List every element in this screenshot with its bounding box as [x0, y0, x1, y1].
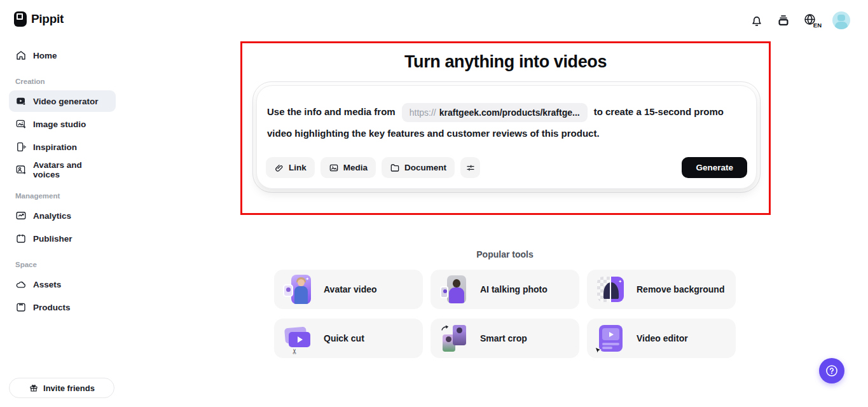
remove-background-thumbnail: ✦ — [596, 275, 625, 304]
document-button[interactable]: Document — [382, 157, 455, 178]
prompt-text: Use the info and media fromhttps://kraft… — [266, 101, 747, 144]
notifications-button[interactable] — [750, 13, 764, 27]
sidebar: Pippit Home Creation Video generator Ima… — [0, 0, 125, 407]
bell-icon — [750, 13, 764, 27]
prompt-card-outer: Use the info and media fromhttps://kraft… — [252, 81, 761, 193]
products-box-icon — [15, 301, 27, 313]
generate-button[interactable]: Generate — [682, 157, 747, 178]
tool-label: Remove background — [637, 284, 724, 294]
prompt-prefix: Use the info and media from — [267, 106, 396, 117]
sidebar-item-label: Image studio — [33, 120, 86, 129]
scissors-icon: ✂ — [291, 348, 299, 354]
sidebar-item-label: Analytics — [33, 211, 71, 221]
smart-crop-thumbnail — [439, 324, 469, 353]
link-icon — [274, 163, 284, 173]
media-button[interactable]: Media — [320, 157, 376, 178]
prompt-card[interactable]: Use the info and media fromhttps://kraft… — [256, 85, 757, 189]
media-button-label: Media — [343, 163, 368, 172]
tool-label: Quick cut — [324, 333, 364, 343]
tool-card-quick-cut[interactable]: ✂ Quick cut — [274, 319, 423, 358]
sidebar-item-avatars-and-voices[interactable]: Avatars and voices — [9, 159, 116, 181]
tool-card-remove-background[interactable]: ✦ Remove background — [587, 270, 736, 309]
question-icon — [825, 364, 839, 378]
cursor-icon — [595, 347, 602, 354]
sidebar-item-home[interactable]: Home — [9, 45, 116, 66]
link-button[interactable]: Link — [266, 157, 315, 178]
help-button[interactable] — [819, 358, 844, 383]
inspiration-icon — [15, 141, 27, 153]
ai-talking-photo-thumbnail — [439, 275, 469, 304]
invite-friends-label: Invite friends — [43, 383, 95, 393]
tool-card-video-editor[interactable]: Video editor — [587, 319, 736, 358]
url-path: kraftgeek.com/products/kraftge... — [439, 107, 580, 118]
url-scheme: https:// — [410, 107, 436, 118]
page-title: Turn anything into videos — [242, 52, 769, 72]
sidebar-item-label: Assets — [33, 280, 61, 289]
sidebar-item-analytics[interactable]: Analytics — [9, 205, 116, 226]
section-label-space: Space — [9, 261, 116, 268]
invite-friends-button[interactable]: Invite friends — [9, 378, 114, 398]
topbar: EN — [750, 11, 850, 29]
sidebar-item-image-studio[interactable]: Image studio — [9, 113, 116, 135]
image-studio-icon — [15, 118, 27, 130]
sliders-icon — [465, 163, 476, 173]
crop-arrow-icon — [441, 324, 450, 333]
tool-label: Avatar video — [324, 284, 377, 294]
sidebar-item-products[interactable]: Products — [9, 296, 116, 318]
popular-tools-title: Popular tools — [274, 249, 736, 259]
assets-cloud-icon — [15, 279, 27, 290]
tool-label: AI talking photo — [480, 284, 548, 294]
home-icon — [15, 50, 27, 61]
pippit-logo-icon — [14, 11, 27, 27]
avatar[interactable] — [832, 11, 850, 29]
document-button-label: Document — [404, 163, 446, 172]
gift-icon — [29, 383, 39, 393]
popular-tools-grid: ✦ Avatar video AI talking photo ✦ — [274, 270, 736, 358]
attach-row: Link Media Document Generate — [266, 157, 747, 178]
plan-stack-icon — [776, 13, 790, 27]
sidebar-item-assets[interactable]: Assets — [9, 273, 116, 295]
media-image-icon — [329, 163, 339, 173]
sidebar-item-label: Avatars and voices — [33, 160, 109, 179]
language-code: EN — [813, 22, 822, 29]
highlight-rectangle: Turn anything into videos Use the info a… — [240, 41, 771, 215]
section-label-creation: Creation — [9, 78, 116, 85]
video-generator-icon — [15, 95, 27, 107]
advanced-settings-button[interactable] — [460, 157, 480, 178]
analytics-icon — [15, 210, 27, 221]
link-button-label: Link — [289, 163, 307, 172]
avatars-icon — [15, 164, 27, 176]
section-label-management: Management — [9, 192, 116, 200]
plan-button[interactable] — [776, 13, 790, 27]
tool-card-avatar-video[interactable]: ✦ Avatar video — [274, 270, 423, 309]
url-chip[interactable]: https://kraftgeek.com/products/kraftge..… — [402, 103, 588, 122]
publisher-icon — [15, 233, 27, 244]
pippit-logo-text: Pippit — [31, 12, 64, 26]
pippit-app: Pippit Home Creation Video generator Ima… — [0, 0, 868, 407]
tool-card-ai-talking-photo[interactable]: AI talking photo — [431, 270, 579, 309]
sidebar-item-inspiration[interactable]: Inspiration — [9, 136, 116, 158]
quick-cut-thumbnail: ✂ — [283, 324, 312, 353]
sidebar-item-label: Inspiration — [33, 142, 77, 152]
language-button[interactable]: EN — [803, 13, 820, 28]
sidebar-item-video-generator[interactable]: Video generator — [9, 90, 116, 112]
sidebar-item-label: Publisher — [33, 234, 72, 244]
sidebar-item-label: Products — [33, 303, 71, 312]
video-editor-thumbnail — [596, 324, 625, 353]
tool-label: Smart crop — [480, 333, 527, 343]
sidebar-item-publisher[interactable]: Publisher — [9, 228, 116, 249]
tool-label: Video editor — [637, 333, 688, 343]
sidebar-item-label: Home — [33, 51, 57, 60]
folder-icon — [390, 163, 400, 173]
avatar-video-thumbnail: ✦ — [283, 275, 312, 304]
sidebar-item-label: Video generator — [33, 97, 99, 106]
pippit-logo[interactable]: Pippit — [9, 11, 116, 27]
tool-card-smart-crop[interactable]: Smart crop — [431, 319, 579, 358]
